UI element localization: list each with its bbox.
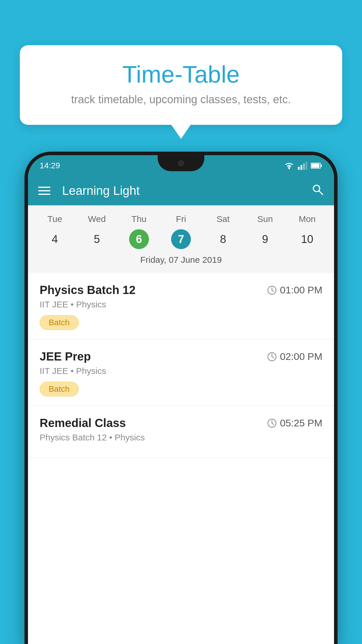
svg-rect-7: [311, 164, 319, 168]
selected-date: Friday, 07 June 2019: [28, 251, 334, 270]
phone-frame: 14:29: [24, 152, 338, 644]
svg-line-18: [272, 423, 274, 424]
schedule-title: Remedial Class: [40, 416, 126, 430]
day-number[interactable]: 9: [244, 229, 286, 249]
schedule-title: Physics Batch 12: [40, 284, 136, 297]
schedule-time-text: 05:25 PM: [280, 417, 322, 429]
phone-inner: 14:29: [28, 155, 334, 644]
day-number[interactable]: 6: [129, 229, 149, 249]
svg-point-0: [288, 167, 290, 169]
svg-rect-6: [321, 164, 322, 167]
wifi-icon: [284, 162, 294, 170]
day-header: Thu: [118, 211, 160, 227]
day-number[interactable]: 7: [171, 229, 191, 249]
app-title: Learning Light: [62, 184, 302, 198]
notch: [158, 155, 204, 171]
battery-icon: [311, 162, 322, 169]
schedule-list: Physics Batch 1201:00 PMIIT JEE • Physic…: [28, 273, 334, 458]
day-header: Sat: [202, 211, 244, 227]
bubble-subtitle: track timetable, upcoming classes, tests…: [37, 93, 325, 106]
day-headers: TueWedThuFriSatSunMon: [28, 211, 334, 227]
bubble-title: Time-Table: [37, 61, 325, 88]
status-icons: [284, 162, 322, 170]
app-bar: Learning Light: [28, 176, 334, 205]
schedule-subtitle: IIT JEE • Physics: [40, 366, 322, 376]
status-time: 14:29: [40, 161, 60, 170]
day-header: Sun: [244, 211, 286, 227]
svg-line-9: [319, 191, 323, 195]
svg-rect-2: [301, 165, 302, 170]
status-bar: 14:29: [28, 155, 334, 176]
schedule-item[interactable]: Remedial Class05:25 PMPhysics Batch 12 •…: [28, 406, 334, 458]
day-header: Wed: [76, 211, 118, 227]
batch-badge: Batch: [40, 382, 79, 396]
day-header: Tue: [34, 211, 76, 227]
day-number[interactable]: 8: [202, 229, 244, 249]
svg-rect-3: [303, 163, 305, 170]
day-number[interactable]: 5: [76, 229, 118, 249]
svg-rect-1: [298, 167, 300, 170]
schedule-time-text: 01:00 PM: [280, 284, 322, 296]
day-header: Fri: [160, 211, 202, 227]
schedule-subtitle: IIT JEE • Physics: [40, 300, 322, 309]
schedule-time-text: 02:00 PM: [280, 351, 322, 362]
camera-dot: [178, 160, 184, 166]
svg-line-12: [272, 290, 274, 291]
calendar-strip: TueWedThuFriSatSunMon 45678910 Friday, 0…: [28, 205, 334, 273]
schedule-item[interactable]: JEE Prep02:00 PMIIT JEE • PhysicsBatch: [28, 340, 334, 406]
svg-line-15: [272, 357, 274, 358]
day-number[interactable]: 4: [34, 229, 76, 249]
schedule-subtitle: Physics Batch 12 • Physics: [40, 433, 322, 442]
batch-badge: Batch: [40, 315, 79, 330]
day-number[interactable]: 10: [286, 229, 328, 249]
speech-bubble: Time-Table track timetable, upcoming cla…: [20, 45, 342, 125]
signal-icon: [298, 162, 307, 170]
schedule-item[interactable]: Physics Batch 1201:00 PMIIT JEE • Physic…: [28, 273, 334, 340]
day-header: Mon: [286, 211, 328, 227]
clock-icon: [267, 352, 277, 362]
day-numbers[interactable]: 45678910: [28, 227, 334, 251]
schedule-title: JEE Prep: [40, 350, 91, 363]
clock-icon: [267, 418, 277, 428]
menu-button[interactable]: [38, 187, 50, 195]
svg-rect-4: [306, 162, 307, 170]
search-icon[interactable]: [311, 183, 324, 199]
clock-icon: [267, 285, 277, 295]
